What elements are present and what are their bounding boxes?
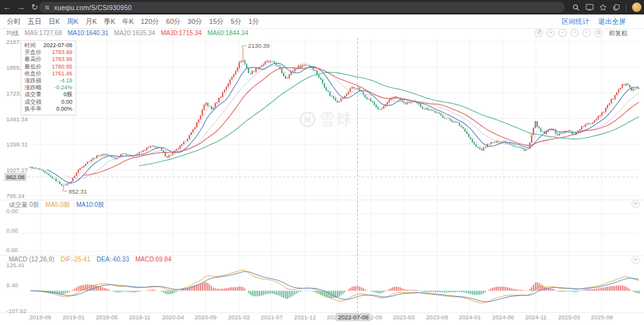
divider <box>626 4 626 11</box>
period-tab-周K[interactable]: 周K <box>67 17 78 26</box>
xueqiu-chart-page: ← → ↻ xueqiu.com/S/CSI930950 <box>0 0 644 325</box>
period-tab-5分[interactable]: 5分 <box>231 17 242 26</box>
period-tab-季K[interactable]: 季K <box>104 17 115 26</box>
price-axis-tick: 1491.34 <box>6 116 28 123</box>
tooltip-label: 换手率 <box>25 106 42 113</box>
zoom-out-icon[interactable]: − <box>558 29 567 37</box>
volume-pane-close-icon[interactable]: × <box>631 200 640 208</box>
adjust-type-selector[interactable]: 前复权 <box>609 29 628 38</box>
interval-stats-link[interactable]: 区间统计 <box>562 17 589 26</box>
tooltip-value: 0.00% <box>56 106 72 113</box>
tooltip-label: 成交额 <box>25 99 42 106</box>
period-tab-年K[interactable]: 年K <box>122 17 133 26</box>
period-tab-分时[interactable]: 分时 <box>7 17 21 26</box>
pan-right-icon[interactable]: › <box>582 29 591 37</box>
period-tab-月K[interactable]: 月K <box>86 17 97 26</box>
x-axis-tick-2019-06: 2019-06 <box>88 314 126 321</box>
tooltip-label: 开盘价 <box>25 49 42 56</box>
tooltip-row: 换手率0.00% <box>25 106 72 113</box>
price-axis-tick: 795.24 <box>6 192 25 199</box>
volume-header-item-2: MA10:0股 <box>76 201 104 209</box>
star-icon[interactable] <box>599 4 607 11</box>
x-axis-tick-2024-01: 2024-01 <box>451 314 489 321</box>
macd-pane-close-icon[interactable]: × <box>631 256 640 264</box>
period-tab-五日[interactable]: 五日 <box>28 17 42 26</box>
x-axis-tick-2018-08: 2018-08 <box>21 314 59 321</box>
volume-pane-header: 成交量 0股MA5:0股MA10:0股 <box>9 201 104 209</box>
exit-fullscreen-link[interactable]: 退出全屏 <box>598 17 626 26</box>
tooltip-value: 0股 <box>64 91 72 98</box>
tooltip-row: 收盘价1761.46 <box>25 70 72 77</box>
screenshot-icon[interactable]: ⊙ <box>594 29 602 37</box>
x-axis-tick-2019-11: 2019-11 <box>121 314 158 321</box>
search-icon[interactable] <box>572 4 580 11</box>
address-bar[interactable]: xueqiu.com/S/CSI930950 <box>39 2 565 13</box>
price-axis-tick: 1259.31 <box>6 141 28 148</box>
x-axis-tick-2019-01: 2019-01 <box>55 314 92 321</box>
macd-header-item-1: DEA:-60.33 <box>97 256 130 263</box>
macd-pane-header: MACD (12,26,9)DIF:-25.41DEA:-60.33MACD:6… <box>9 256 171 263</box>
tabs-icon[interactable] <box>613 4 620 11</box>
volume-axis-tick: 0.00 <box>6 227 18 234</box>
macd-title: MACD (12,26,9) <box>9 256 54 263</box>
svg-text:852.31: 852.31 <box>69 188 87 195</box>
pan-left-icon[interactable]: ‹ <box>570 29 579 37</box>
tooltip-value: -0.24% <box>54 84 72 91</box>
tooltip-row: 最高价1783.99 <box>25 56 72 63</box>
tooltip-row: 最低价1760.95 <box>25 63 72 70</box>
ma-value-0: MA5:1727.68 <box>25 30 62 36</box>
zoom-in-icon[interactable]: + <box>547 29 555 37</box>
period-tab-15分[interactable]: 15分 <box>209 17 224 26</box>
back-icon[interactable]: ← <box>0 0 14 14</box>
macd-header-item-0: DIF:-25.41 <box>60 256 90 263</box>
x-axis-tick-2025-08: 2025-08 <box>583 314 621 321</box>
tooltip-value: 1761.46 <box>52 70 72 77</box>
x-axis-tick-2024-11: 2024-11 <box>517 314 555 321</box>
browser-actions <box>572 0 641 14</box>
tooltip-value: 2022-07-08 <box>43 42 72 49</box>
tooltip-row: 开盘价1783.99 <box>25 49 72 56</box>
period-toolbar: 分时五日日K周K月K季K年K120分60分30分15分5分1分 区间统计 退出全… <box>0 14 644 29</box>
tooltip-value: 1760.95 <box>52 63 72 70</box>
cast-icon[interactable] <box>586 4 594 11</box>
tooltip-label: 最低价 <box>25 63 42 70</box>
period-tabs: 分时五日日K周K月K季K年K120分60分30分15分5分1分 <box>0 17 259 26</box>
tooltip-value: -4.19 <box>59 77 72 84</box>
tooltip-label: 收盘价 <box>25 70 42 77</box>
macd-axis-tick: 9.40 <box>6 282 18 289</box>
avatar[interactable] <box>632 3 641 12</box>
reset-zoom-icon[interactable]: ↺ <box>535 29 543 37</box>
tooltip-value: 1783.99 <box>52 49 72 56</box>
tooltip-label: 涨跌幅 <box>25 84 42 91</box>
period-tab-日K[interactable]: 日K <box>48 17 60 26</box>
tooltip-label: 时间 <box>25 42 36 49</box>
ma-value-1: MA10:1640.31 <box>68 30 109 36</box>
tooltip-value: 0.00 <box>61 99 72 106</box>
x-axis-tick-2023-03: 2023-03 <box>385 314 423 321</box>
volume-axis-tick: 0.00 <box>6 246 18 253</box>
site-info-icon[interactable] <box>44 4 50 11</box>
tooltip-row: 涨跌额-4.19 <box>25 77 72 84</box>
ma-value-3: MA30:1715.34 <box>161 30 202 36</box>
x-axis-tick-2025-03: 2025-03 <box>550 314 588 321</box>
ma-values: MA5:1727.68MA10:1640.31MA20:1635.34MA30:… <box>19 30 248 36</box>
tooltip-row: 成交量0股 <box>25 91 72 98</box>
url-text[interactable]: xueqiu.com/S/CSI930950 <box>54 4 131 11</box>
period-tab-30分[interactable]: 30分 <box>187 17 202 26</box>
ma-indicator-bar: 均线 MA5:1727.68MA10:1640.31MA20:1635.34MA… <box>0 28 644 38</box>
x-axis-tick-2020-09: 2020-09 <box>187 314 225 321</box>
tooltip-row: 涨跌幅-0.24% <box>25 84 72 91</box>
ohlc-tooltip: 时间2022-07-08开盘价1783.99最高价1783.99最低价1760.… <box>21 40 76 115</box>
macd-header-item-2: MACD:69.84 <box>135 256 171 263</box>
period-tab-120分[interactable]: 120分 <box>141 17 159 26</box>
forward-icon[interactable]: → <box>14 0 28 14</box>
tooltip-row: 成交额0.00 <box>25 99 72 106</box>
period-tab-60分[interactable]: 60分 <box>166 17 180 26</box>
candlestick-chart[interactable]: 2130.38852.31 <box>0 0 644 325</box>
x-axis-tick-2021-07: 2021-07 <box>253 314 291 321</box>
svg-text:2130.38: 2130.38 <box>248 42 269 49</box>
volume-header-item-0: 成交量 0股 <box>9 201 39 209</box>
period-tab-1分[interactable]: 1分 <box>248 17 259 26</box>
crosshair-date-badge: 2022-07-08 <box>336 313 370 321</box>
tooltip-label: 涨跌额 <box>25 77 42 84</box>
